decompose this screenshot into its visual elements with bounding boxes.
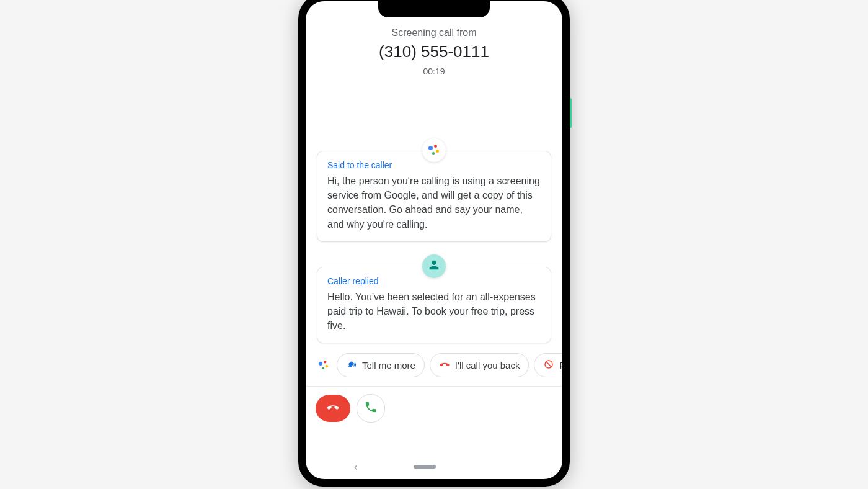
answer-button[interactable] bbox=[356, 394, 385, 423]
chip-tell-me-more[interactable]: Tell me more bbox=[337, 353, 425, 377]
message-bubble: Said to the caller Hi, the person you're… bbox=[317, 151, 551, 242]
chip-label: Tell me more bbox=[362, 360, 415, 370]
screen: Screening call from (310) 555-0111 00:19… bbox=[306, 1, 562, 479]
hangup-button[interactable] bbox=[316, 395, 350, 422]
chip-label: I'll call you back bbox=[455, 360, 520, 370]
notch bbox=[378, 1, 490, 17]
message-bubble: Caller replied Hello. You've been select… bbox=[317, 267, 551, 344]
svg-line-2 bbox=[546, 362, 551, 367]
call-duration: 00:19 bbox=[306, 66, 562, 76]
caller-number: (310) 555-0111 bbox=[306, 42, 562, 61]
caller-message: Caller replied Hello. You've been select… bbox=[317, 267, 551, 344]
android-navbar: ‹ bbox=[306, 458, 562, 475]
power-button-accent bbox=[570, 98, 572, 128]
chip-label: R bbox=[559, 360, 562, 370]
person-icon bbox=[427, 258, 441, 274]
assistant-icon bbox=[428, 144, 440, 156]
block-icon bbox=[543, 359, 554, 372]
phone-frame: Screening call from (310) 555-0111 00:19… bbox=[298, 0, 570, 487]
assistant-icon bbox=[318, 360, 329, 371]
assistant-avatar bbox=[422, 138, 446, 162]
message-text: Hi, the person you're calling is using a… bbox=[327, 174, 541, 231]
hangup-icon bbox=[439, 359, 450, 372]
phone-icon bbox=[364, 400, 378, 416]
assistant-chip-icon bbox=[316, 359, 332, 372]
caller-avatar bbox=[422, 254, 446, 278]
suggestion-chips: Tell me more I'll call you back R bbox=[306, 343, 562, 386]
assistant-message: Said to the caller Hi, the person you're… bbox=[317, 151, 551, 242]
chip-report-spam[interactable]: R bbox=[534, 353, 562, 377]
svg-point-0 bbox=[348, 363, 352, 366]
call-actions bbox=[306, 387, 562, 428]
voice-icon bbox=[346, 359, 357, 372]
screening-label: Screening call from bbox=[306, 27, 562, 38]
chip-call-you-back[interactable]: I'll call you back bbox=[430, 353, 529, 377]
nav-home-pill[interactable] bbox=[414, 465, 436, 469]
nav-back-button[interactable]: ‹ bbox=[354, 460, 358, 473]
message-text: Hello. You've been selected for an all-e… bbox=[327, 290, 541, 333]
transcript: Said to the caller Hi, the person you're… bbox=[306, 151, 562, 343]
phone-down-icon bbox=[326, 400, 340, 416]
